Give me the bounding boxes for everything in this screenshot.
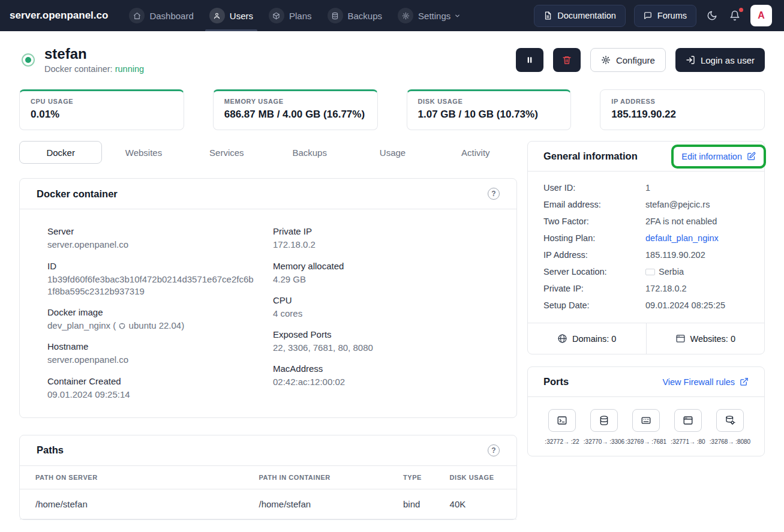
general-information-title: General information: [543, 151, 638, 162]
notifications-button[interactable]: [728, 8, 742, 23]
info-row-hosting-plan: Hosting Plan: default_plan_nginx: [543, 233, 749, 244]
info-row-private-ip: Private IP: 172.18.0.2: [543, 283, 749, 294]
help-icon[interactable]: ?: [488, 444, 500, 456]
nav-item-dashboard[interactable]: Dashboard: [121, 0, 201, 31]
delete-container-button[interactable]: [553, 48, 581, 72]
info-docker-image: Docker image dev_plan_nginx ( ubuntu 22.…: [47, 307, 255, 332]
tab-usage[interactable]: Usage: [351, 141, 434, 164]
info-server: Server server.openpanel.co: [47, 226, 255, 251]
port-mapping-mysql: :32770→ :3306: [583, 409, 625, 445]
paths-card: Paths ? PATH ON SERVER PATH IN CONTAINER…: [19, 435, 517, 520]
main-nav: Dashboard Users Plans Backups Settings: [121, 0, 468, 31]
nav-label: Plans: [289, 11, 312, 21]
paths-card-title: Paths: [37, 444, 64, 456]
dark-mode-toggle[interactable]: [705, 8, 719, 23]
terminal-icon[interactable]: [548, 409, 576, 432]
info-cpu: CPU 4 cores: [273, 295, 502, 320]
annotation-highlight: Edit information: [671, 145, 766, 169]
status-running-icon: [22, 53, 35, 67]
stat-disk-usage: DISK USAGE 1.07 GB / 10 GB (10.73%): [407, 89, 572, 130]
info-mac-address: MacAddress 02:42:ac:12:00:02: [273, 363, 502, 388]
stat-ip-address: IP ADDRESS 185.119.90.22: [600, 89, 765, 130]
ports-card-title: Ports: [543, 376, 569, 387]
documentation-button[interactable]: Documentation: [534, 5, 626, 27]
info-row-setup-date: Setup Date: 09.01.2024 08:25:25: [543, 300, 749, 311]
status-running-label: running: [115, 64, 144, 74]
port-mapping-ssh: :32772→ :22: [541, 409, 583, 445]
nav-label: Backups: [348, 11, 383, 21]
hosting-plan-link[interactable]: default_plan_nginx: [645, 233, 719, 243]
tab-docker[interactable]: Docker: [19, 141, 102, 164]
info-memory-allocated: Memory allocated 4.29 GB: [273, 261, 502, 285]
tab-websites[interactable]: Websites: [102, 141, 185, 164]
tab-bar: Docker Websites Services Backups Usage A…: [19, 141, 517, 164]
keyboard-icon[interactable]: [632, 409, 660, 432]
info-row-server-location: Server Location: Serbia: [543, 266, 749, 278]
chat-icon: [644, 11, 652, 20]
database-icon[interactable]: [590, 409, 618, 432]
nav-item-users[interactable]: Users: [202, 0, 261, 31]
info-row-email: Email address: stefan@pejcic.rs: [543, 199, 749, 211]
container-status-text: Docker container: running: [44, 64, 144, 74]
stat-label: IP ADDRESS: [611, 98, 753, 105]
gear-icon: [601, 55, 611, 65]
server-gear-icon[interactable]: [716, 409, 744, 432]
port-mapping-http: :32771→ :80: [667, 409, 709, 445]
page: stefan Docker container: running Configu…: [0, 46, 784, 520]
ports-card: Ports View Firewall rules: [527, 366, 765, 456]
tab-services[interactable]: Services: [185, 141, 268, 164]
domains-count[interactable]: Domains: 0: [528, 323, 646, 354]
avatar[interactable]: A: [750, 5, 772, 26]
page-title: stefan: [44, 46, 144, 62]
stat-memory-usage: MEMORY USAGE 686.87 MB / 4.00 GB (16.77%…: [213, 89, 378, 130]
edit-information-link[interactable]: Edit information: [681, 152, 756, 161]
gear-icon: [398, 8, 413, 23]
info-row-ip-address: IP Address: 185.119.90.202: [543, 250, 749, 261]
view-firewall-rules-link[interactable]: View Firewall rules: [662, 377, 749, 387]
column-header: TYPE: [403, 474, 450, 481]
tab-backups[interactable]: Backups: [268, 141, 351, 164]
nav-item-settings[interactable]: Settings: [390, 0, 468, 31]
websites-count[interactable]: Websites: 0: [646, 323, 765, 354]
stat-cpu-usage: CPU USAGE 0.01%: [19, 89, 184, 130]
top-navbar: server.openpanel.co Dashboard Users Plan…: [0, 0, 784, 31]
home-icon: [129, 8, 145, 23]
documentation-label: Documentation: [557, 11, 616, 20]
ubuntu-icon: [118, 322, 126, 330]
info-container-id: ID 1b39fd60f6fe3bac3b10f472b0214d3571e67…: [47, 261, 255, 298]
user-icon: [209, 8, 225, 23]
general-information-card: General information Edit information Use…: [527, 141, 765, 354]
table-row: /home/stefan /home/stefan bind 40K: [20, 489, 516, 519]
database-icon: [328, 8, 343, 23]
navbar-right: Documentation Forums A: [534, 5, 772, 27]
nav-label: Users: [230, 11, 253, 21]
chevron-down-icon: [454, 13, 461, 19]
nav-label: Dashboard: [149, 11, 193, 21]
pause-container-button[interactable]: [516, 48, 543, 72]
brand[interactable]: server.openpanel.co: [10, 10, 108, 22]
bell-icon: [729, 10, 740, 21]
port-mapping-terminal: :32769→ :7681: [625, 409, 667, 445]
tab-activity[interactable]: Activity: [434, 141, 517, 164]
globe-icon: [557, 333, 567, 344]
column-header: PATH ON SERVER: [35, 474, 259, 481]
configure-button[interactable]: Configure: [590, 48, 666, 72]
login-as-user-button[interactable]: Login as user: [675, 48, 765, 72]
browser-icon[interactable]: [674, 409, 702, 432]
info-exposed-ports: Exposed Ports 22, 3306, 7681, 80, 8080: [273, 329, 502, 354]
stat-value: 0.01%: [31, 109, 173, 121]
info-private-ip: Private IP 172.18.0.2: [273, 226, 502, 251]
info-row-two-factor: Two Factor: 2FA is not enabled: [543, 216, 749, 227]
help-icon[interactable]: ?: [488, 188, 500, 200]
document-icon: [543, 11, 552, 20]
paths-table-header: PATH ON SERVER PATH IN CONTAINER TYPE DI…: [20, 466, 516, 489]
edit-icon: [747, 152, 756, 161]
login-as-user-label: Login as user: [701, 55, 755, 65]
info-container-created: Container Created 09.01.2024 09:25:14: [47, 376, 255, 401]
forums-button[interactable]: Forums: [634, 5, 696, 27]
serbia-flag-icon: [645, 269, 655, 275]
nav-item-plans[interactable]: Plans: [261, 0, 320, 31]
stat-label: CPU USAGE: [31, 98, 173, 105]
port-mapping-8080: :32768→ :8080: [709, 409, 751, 445]
nav-item-backups[interactable]: Backups: [320, 0, 391, 31]
